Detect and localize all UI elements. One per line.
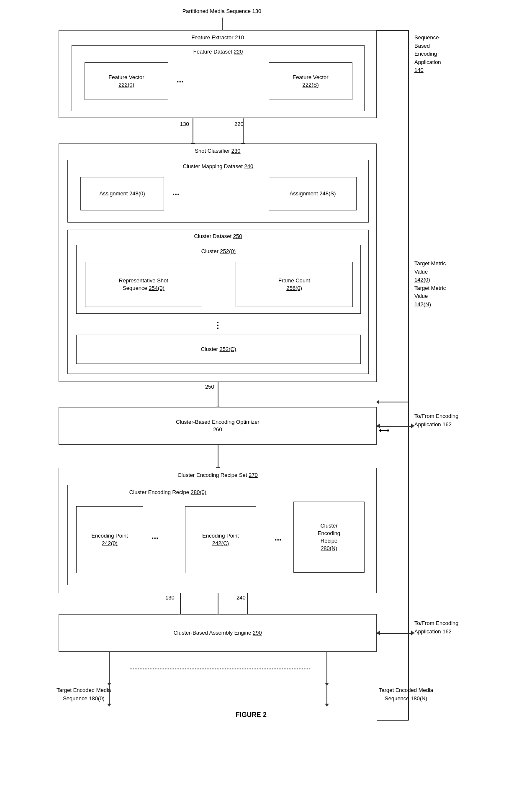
arrow-assembly-right bbox=[326, 652, 327, 683]
arrow-label-220: 220 bbox=[234, 120, 244, 128]
rep-shot-label: Representative ShotSequence 254(0) bbox=[119, 277, 168, 292]
sea-bracket-h-bot bbox=[377, 720, 409, 721]
arrow-label-130: 130 bbox=[180, 120, 189, 128]
figure-label: FIGURE 2 bbox=[184, 711, 318, 719]
arrow-label-250: 250 bbox=[205, 383, 214, 391]
feature-vector-0-label: Feature Vector222(0) bbox=[108, 74, 144, 89]
diagram-container: Partitioned Media Sequence 130 Feature E… bbox=[0, 0, 519, 812]
assignment-s-box: Assignment 248(S) bbox=[269, 177, 357, 210]
arrow-240-assembly bbox=[247, 593, 248, 614]
arrow-130-down2 bbox=[193, 118, 193, 143]
rep-shot-box: Representative ShotSequence 254(0) bbox=[85, 262, 202, 307]
feature-extractor-label: Feature Extractor 210 bbox=[191, 34, 244, 41]
recipe-0-box: Cluster Encoding Recipe 280(0) Encoding … bbox=[67, 485, 268, 585]
shot-classifier-label: Shot Classifier 230 bbox=[195, 148, 240, 154]
shot-classifier-box: Shot Classifier 230 Cluster Mapping Data… bbox=[59, 143, 377, 382]
double-arrow-1: ⟷ bbox=[379, 426, 390, 435]
assignment-s-label: Assignment 248(S) bbox=[290, 190, 336, 197]
arrowhead-right1 bbox=[411, 423, 414, 428]
top-label: Partitioned Media Sequence 130 bbox=[146, 8, 297, 15]
right-label-tofrom1: To/From EncodingApplication 162 bbox=[414, 412, 481, 428]
recipe-n-box: ClusterEncodingRecipe280(N) bbox=[293, 502, 365, 573]
arrow-bottom-right-down bbox=[326, 683, 327, 704]
arrow-top-down bbox=[222, 18, 223, 30]
encoding-point-0-box: Encoding Point242(0) bbox=[76, 506, 143, 573]
cluster-dataset-box: Cluster Dataset 250 Cluster 252(0) Repre… bbox=[67, 230, 369, 374]
ellipsis-ep: ··· bbox=[152, 533, 159, 543]
feature-dataset-label: Feature Dataset 220 bbox=[193, 49, 243, 55]
arrow-tmv-right bbox=[379, 402, 408, 402]
ellipsis-cluster-v: ⋮ bbox=[213, 320, 223, 330]
encoding-point-c-label: Encoding Point242(C) bbox=[202, 532, 239, 547]
arrow-right2-line bbox=[377, 633, 412, 634]
bottom-right-label: Target Encoded MediaSequence 180(N) bbox=[360, 686, 452, 702]
ellipsis-fv: ··· bbox=[177, 77, 184, 87]
ellipsis-assign: ··· bbox=[172, 190, 180, 199]
arrowhead-left2 bbox=[377, 630, 380, 635]
cluster-mapping-label: Cluster Mapping Dataset 240 bbox=[183, 163, 253, 169]
arrow-assembly-left bbox=[109, 652, 110, 683]
right-label-tmv: Target MetricValue142(0) –Target MetricV… bbox=[414, 259, 481, 308]
cluster-c-label: Cluster 252(C) bbox=[201, 346, 236, 353]
right-label-tofrom2: To/From EncodingApplication 162 bbox=[414, 619, 481, 635]
arrow-250-down bbox=[218, 382, 218, 407]
assembly-engine-label: Cluster-Based Assembly Engine 290 bbox=[173, 629, 262, 637]
arrowhead-left1 bbox=[377, 423, 380, 428]
frame-count-label: Frame Count256(0) bbox=[278, 277, 310, 292]
frame-count-box: Frame Count256(0) bbox=[236, 262, 353, 307]
arrow-label-240: 240 bbox=[236, 594, 246, 602]
sea-bracket-h-top bbox=[377, 30, 409, 31]
cluster-dataset-label: Cluster Dataset 250 bbox=[194, 233, 242, 239]
feature-vector-s-box: Feature Vector222(S) bbox=[269, 62, 352, 100]
ellipsis-recipes: ··· bbox=[275, 535, 282, 545]
cluster-mapping-box: Cluster Mapping Dataset 240 Assignment 2… bbox=[67, 160, 369, 223]
assembly-engine-box: Cluster-Based Assembly Engine 290 bbox=[59, 614, 377, 652]
feature-extractor-box: Feature Extractor 210 Feature Dataset 22… bbox=[59, 30, 377, 118]
assignment-0-box: Assignment 248(0) bbox=[80, 177, 164, 210]
arrow-bottom-left-down bbox=[109, 683, 110, 704]
recipe-set-box: Cluster Encoding Recipe Set 270 Cluster … bbox=[59, 468, 377, 593]
encoding-point-0-label: Encoding Point242(0) bbox=[91, 532, 128, 547]
arrowhead-right2 bbox=[411, 630, 414, 635]
arrow-optimizer-down bbox=[218, 445, 218, 468]
arrow-220-down bbox=[243, 118, 244, 143]
arrow-130-assembly bbox=[180, 593, 181, 614]
arrow-label-130b: 130 bbox=[165, 594, 175, 602]
feature-vector-0-box: Feature Vector222(0) bbox=[85, 62, 168, 100]
right-label-sea: Sequence-BasedEncodingApplication140 bbox=[414, 33, 481, 74]
recipe-n-label: ClusterEncodingRecipe280(N) bbox=[318, 522, 340, 553]
arrow-mid-assembly bbox=[218, 593, 218, 614]
arrow-right1-line bbox=[377, 426, 412, 427]
recipe-0-label: Cluster Encoding Recipe 280(0) bbox=[129, 489, 206, 495]
cluster-c-box: Cluster 252(C) bbox=[76, 335, 361, 364]
dots-line-bottom bbox=[130, 669, 310, 669]
encoding-optimizer-label: Cluster-Based Encoding Optimizer260 bbox=[176, 418, 259, 433]
encoding-optimizer-box: Cluster-Based Encoding Optimizer260 bbox=[59, 407, 377, 445]
cluster-0-label: Cluster 252(0) bbox=[201, 248, 236, 254]
recipe-set-label: Cluster Encoding Recipe Set 270 bbox=[177, 472, 258, 478]
feature-dataset-box: Feature Dataset 220 Feature Vector222(0)… bbox=[72, 45, 365, 111]
encoding-point-c-box: Encoding Point242(C) bbox=[185, 506, 256, 573]
bottom-left-label: Target Encoded MediaSequence 180(0) bbox=[38, 686, 130, 702]
feature-vector-s-label: Feature Vector222(S) bbox=[293, 74, 328, 89]
assignment-0-label: Assignment 248(0) bbox=[99, 190, 145, 197]
sea-bracket-v bbox=[408, 30, 409, 720]
cluster-0-box: Cluster 252(0) Representative ShotSequen… bbox=[76, 245, 361, 314]
